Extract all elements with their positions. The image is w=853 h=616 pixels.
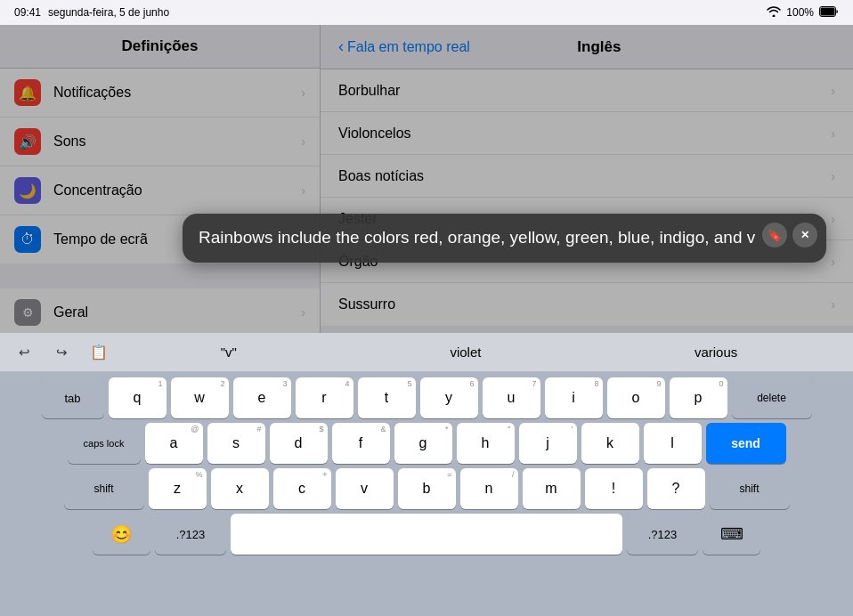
- status-time: 09:41: [14, 6, 41, 19]
- j-key[interactable]: 'j: [519, 423, 577, 464]
- paste-button[interactable]: 📋: [84, 337, 114, 368]
- status-date: segunda-feira, 5 de junho: [48, 6, 169, 19]
- keyboard-area: ↩ ↪ 📋 "v" violet various tab 1q 2w 3e 4r…: [0, 333, 853, 616]
- keyboard-icon: ⌨: [720, 524, 743, 544]
- a-key[interactable]: @a: [145, 423, 203, 464]
- o-key[interactable]: 9o: [607, 377, 665, 418]
- toolbar-left: ↩ ↪ 📋: [9, 337, 114, 368]
- battery-icon: [819, 6, 839, 20]
- f-key[interactable]: &f: [332, 423, 390, 464]
- q-key[interactable]: 1q: [109, 377, 167, 418]
- exclaim-key[interactable]: !: [585, 468, 643, 509]
- t-key[interactable]: 5t: [358, 377, 416, 418]
- suggestion-2[interactable]: violet: [439, 341, 491, 363]
- w-key[interactable]: 2w: [171, 377, 229, 418]
- tab-key[interactable]: tab: [42, 377, 104, 418]
- p-key[interactable]: 0p: [670, 377, 727, 418]
- k-key[interactable]: k: [581, 423, 639, 464]
- key-row-3: shift %z x +c v =b /n m ! ? shift: [4, 468, 849, 509]
- predictive-suggestions: "v" violet various: [114, 341, 844, 363]
- keys-area: tab 1q 2w 3e 4r 5t 6y 7u 8i 9o 0p delete…: [0, 372, 853, 560]
- x-key[interactable]: x: [211, 468, 269, 509]
- predictive-bar: ↩ ↪ 📋 "v" violet various: [0, 333, 853, 372]
- battery-text: 100%: [786, 6, 814, 19]
- h-key[interactable]: "h: [457, 423, 515, 464]
- question-key[interactable]: ?: [647, 468, 705, 509]
- redo-button[interactable]: ↪: [46, 337, 77, 368]
- c-key[interactable]: +c: [273, 468, 331, 509]
- key-row-4: 😊 .?123 .?123 ⌨: [4, 514, 849, 555]
- e-key[interactable]: 3e: [233, 377, 291, 418]
- status-bar-right: 100%: [767, 6, 839, 20]
- u-key[interactable]: 7u: [483, 377, 540, 418]
- keyboard-key[interactable]: ⌨: [703, 514, 760, 555]
- shift-key-left[interactable]: shift: [64, 468, 144, 509]
- undo-icon: ↩: [19, 344, 30, 361]
- key-row-2: caps lock @a #s $d &f *g "h 'j k l send: [4, 423, 849, 464]
- num2-key[interactable]: .?123: [627, 514, 698, 555]
- s-key[interactable]: #s: [207, 423, 265, 464]
- d-key[interactable]: $d: [270, 423, 328, 464]
- g-key[interactable]: *g: [394, 423, 452, 464]
- status-bar: 09:41 segunda-feira, 5 de junho 100%: [0, 0, 853, 25]
- dim-overlay: [0, 0, 853, 333]
- m-key[interactable]: m: [523, 468, 581, 509]
- emoji-key[interactable]: 😊: [93, 514, 150, 555]
- bubble-actions: 🔖 ✕: [762, 223, 817, 247]
- z-key[interactable]: %z: [149, 468, 207, 509]
- y-key[interactable]: 6y: [420, 377, 478, 418]
- status-bar-left: 09:41 segunda-feira, 5 de junho: [14, 6, 169, 19]
- speech-bubble-text: Rainbows include the colors red, orange,…: [199, 228, 755, 247]
- b-key[interactable]: =b: [398, 468, 456, 509]
- speech-bubble: Rainbows include the colors red, orange,…: [183, 214, 826, 263]
- delete-key[interactable]: delete: [732, 377, 812, 418]
- r-key[interactable]: 4r: [296, 377, 353, 418]
- v-key[interactable]: v: [336, 468, 394, 509]
- l-key[interactable]: l: [644, 423, 702, 464]
- shift-key-right[interactable]: shift: [710, 468, 790, 509]
- bookmark-button[interactable]: 🔖: [762, 223, 787, 247]
- space-key[interactable]: [231, 514, 622, 555]
- suggestion-1[interactable]: "v": [210, 341, 248, 363]
- num1-key[interactable]: .?123: [155, 514, 226, 555]
- paste-icon: 📋: [90, 344, 108, 361]
- send-key[interactable]: send: [706, 423, 786, 464]
- bookmark-icon: 🔖: [768, 229, 782, 242]
- key-row-1: tab 1q 2w 3e 4r 5t 6y 7u 8i 9o 0p delete: [4, 377, 849, 418]
- wifi-icon: [767, 6, 781, 20]
- close-bubble-button[interactable]: ✕: [792, 223, 817, 247]
- n-key[interactable]: /n: [460, 468, 518, 509]
- svg-rect-1: [821, 7, 835, 15]
- suggestion-3[interactable]: various: [684, 341, 748, 363]
- redo-icon: ↪: [56, 344, 68, 361]
- i-key[interactable]: 8i: [545, 377, 603, 418]
- capslock-key[interactable]: caps lock: [68, 423, 141, 464]
- undo-button[interactable]: ↩: [9, 337, 39, 368]
- close-icon: ✕: [800, 229, 809, 241]
